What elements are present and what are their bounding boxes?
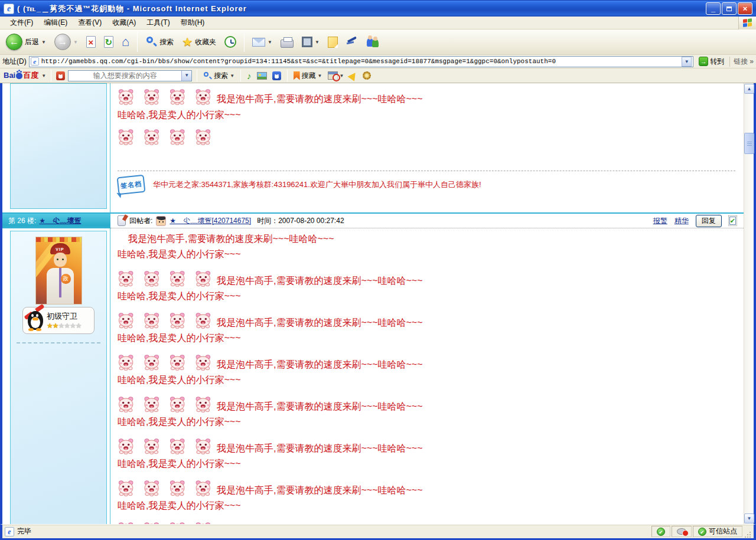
scroll-up-button[interactable]: ▲ [744, 84, 754, 94]
edit-dropdown-icon[interactable]: ▼ [315, 40, 320, 45]
note-icon [328, 37, 338, 48]
search-button[interactable]: 搜索 [143, 35, 176, 49]
messenger-icon [366, 36, 379, 48]
close-button[interactable]: × [738, 2, 752, 15]
baidu-image-button[interactable] [256, 72, 268, 80]
mail-icon [252, 38, 265, 47]
history-button[interactable] [222, 35, 239, 49]
home-icon: ⌂ [122, 35, 129, 48]
signature-badge: 签名档 [117, 175, 146, 195]
messenger-button[interactable] [364, 35, 382, 49]
baidu-search-box[interactable]: ▼ [68, 70, 192, 81]
qq-penguin-icon [24, 309, 45, 332]
menu-view[interactable]: 查看(V) [73, 17, 107, 29]
rank-stars: ★★★★★★ [47, 322, 82, 330]
print-button[interactable] [278, 35, 296, 49]
status-page-icon: e [5, 527, 14, 536]
baidu-music-button[interactable]: ♪ [246, 71, 253, 81]
status-pane-zone: ✔ 可信站点 [693, 526, 742, 537]
signature-divider [118, 171, 735, 171]
baidu-target-icon[interactable] [56, 71, 65, 80]
avatar-heart-badge: 政 [61, 274, 71, 284]
baidu-search-dropdown-icon[interactable]: ▼ [181, 71, 191, 81]
avatar[interactable]: VIP 政 [35, 237, 82, 305]
time-label: 时间： [257, 217, 278, 225]
menu-file[interactable]: 文件(F) [5, 17, 38, 29]
print-icon [281, 40, 294, 48]
post-time: 2007-08-20 00:27:42 [278, 217, 344, 225]
report-link[interactable]: 报警 [653, 216, 667, 226]
pig-emoticon-row [118, 438, 212, 455]
post26-line1: 我是泡牛高手,需要请教的速度来刷~~~哇哈哈~~~ [217, 317, 423, 329]
baidu-app-button[interactable] [271, 71, 282, 80]
baidu-search-more-icon[interactable]: ▼ [230, 73, 234, 78]
post26-line2: 哇哈哈,我是卖人的小行家~~~ [118, 290, 735, 303]
note-button[interactable] [325, 35, 340, 49]
popup-blocker-button[interactable]: ▼ [327, 71, 346, 80]
go-label: 转到 [710, 57, 724, 67]
post-row-25: 我是泡牛高手,需要请教的速度来刷~~~哇哈哈~~~ 哇哈哈,我是卖人的小行家~~… [2, 83, 744, 212]
address-dropdown-icon[interactable]: ▼ [682, 57, 692, 67]
windows-logo [738, 17, 756, 30]
baidu-logo[interactable]: Bai 百度 [4, 70, 38, 81]
scroll-down-button[interactable]: ▼ [744, 513, 754, 523]
popup-blocker-icon [328, 71, 338, 80]
highlight-button[interactable] [348, 72, 359, 80]
baidu-collect-button[interactable]: 搜藏 ▼ [292, 71, 324, 81]
mail-button[interactable]: ▼ [250, 37, 275, 48]
post26-profile-box: VIP 政 初级守卫 ★★★★★★ [10, 231, 107, 524]
baidu-settings-button[interactable] [361, 71, 372, 80]
address-url[interactable]: http://gamebbs.qq.com/cgi-bin/bbs/show/c… [41, 58, 680, 65]
reply-button[interactable]: 回复 [696, 215, 722, 227]
mail-dropdown-icon[interactable]: ▼ [268, 40, 272, 45]
post26-line2: 哇哈哈,我是卖人的小行家~~~ [118, 374, 735, 387]
floor26-header: 第 26 楼: ★ゞ尐﹏壞疍 回帖者: ★ゞ尐﹏壞疍[420714675] 时间… [2, 212, 744, 228]
page-favicon: e [31, 57, 39, 66]
menu-edit[interactable]: 编辑(E) [38, 17, 73, 29]
go-button[interactable]: → 转到 [696, 56, 727, 67]
digest-link[interactable]: 精华 [674, 216, 689, 226]
refresh-button[interactable]: ↻ [102, 35, 116, 49]
post25-line1: 我是泡牛高手,需要请教的速度来刷~~~哇哈哈~~~ [217, 93, 423, 106]
menu-favorites[interactable]: 收藏(A) [107, 17, 141, 29]
status-pane-blocked [672, 526, 692, 537]
title-bar: e ( (℡_＿莮秃不過™花鈅動物 - Microsoft Internet E… [0, 0, 756, 17]
popup-blocker-dropdown-icon[interactable]: ▼ [340, 73, 344, 78]
address-input[interactable]: e http://gamebbs.qq.com/cgi-bin/bbs/show… [29, 56, 694, 67]
back-dropdown-icon[interactable]: ▼ [41, 40, 46, 45]
forum-page: 我是泡牛高手,需要请教的速度来刷~~~哇哈哈~~~ 哇哈哈,我是卖人的小行家~~… [2, 83, 744, 524]
minimize-button[interactable]: _ [706, 2, 721, 15]
select-post-checkbox[interactable]: ✔ [729, 217, 736, 225]
scroll-thumb[interactable] [744, 133, 754, 154]
stop-button[interactable]: × [84, 35, 98, 49]
maximize-button[interactable] [722, 2, 737, 15]
menu-tools[interactable]: 工具(T) [141, 17, 175, 29]
search-icon [145, 36, 157, 48]
vertical-scrollbar[interactable]: ▲ ▼ [744, 83, 754, 524]
resize-grip[interactable] [744, 531, 751, 538]
home-button[interactable]: ⌂ [119, 34, 132, 50]
gear-icon [363, 71, 371, 80]
baidu-search-input[interactable] [69, 71, 181, 80]
address-label: 地址(D) [2, 57, 27, 67]
status-bar: e 完毕 ✔ ✔ 可信站点 [0, 524, 756, 540]
back-button[interactable]: ← 后退 ▼ [4, 32, 48, 51]
baidu-search-button[interactable]: 搜索 ▼ [202, 71, 236, 81]
links-chevron-icon[interactable]: » [750, 57, 754, 66]
floor26-label-cell: 第 26 楼: ★ゞ尐﹏壞疍 [2, 214, 110, 228]
forward-button[interactable]: → ▼ [52, 32, 80, 51]
quill-button[interactable] [344, 36, 360, 48]
links-label[interactable]: 链接 [734, 57, 748, 67]
post25-line2: 哇哈哈,我是卖人的小行家~~~ [118, 109, 735, 122]
favorites-star-icon: ★ [182, 35, 193, 49]
baidu-search-icon [203, 71, 212, 80]
menu-help[interactable]: 帮助(H) [175, 17, 210, 29]
baidu-collect-dropdown-icon[interactable]: ▼ [318, 73, 322, 78]
floor-user-link[interactable]: ★ゞ尐﹏壞疍 [39, 216, 81, 226]
favorites-button[interactable]: ★ 收藏夹 [180, 34, 219, 50]
post26-line1: 我是泡牛高手,需要请教的速度来刷~~~哇哈哈~~~ [217, 359, 423, 371]
stop-icon: × [86, 36, 96, 48]
edit-button[interactable]: ▼ [299, 35, 322, 48]
replier-link[interactable]: ★ゞ尐﹏壞疍[420714675] [170, 216, 251, 226]
baidu-logo-dropdown-icon[interactable]: ▼ [41, 73, 46, 78]
